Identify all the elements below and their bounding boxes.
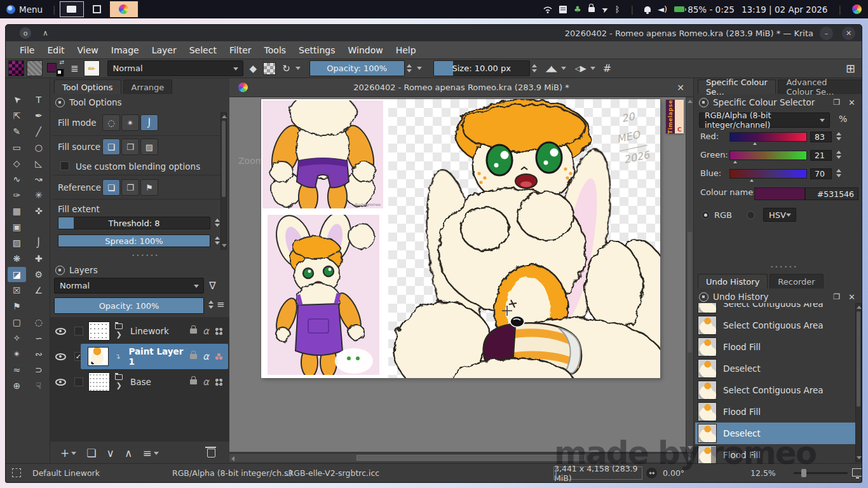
tool-polyline[interactable]: ◺ (30, 156, 48, 171)
tab-arrange[interactable]: Arrange (123, 79, 173, 94)
tool-mesh-transform[interactable]: ☒ (8, 283, 26, 298)
fill-mode-contiguous-button[interactable]: ✴ (121, 114, 139, 131)
fill-mode-color-button[interactable]: ⌡ (140, 114, 158, 131)
docker-lock-icon[interactable] (699, 98, 709, 107)
percent-toggle[interactable]: % (839, 114, 847, 124)
fill-source-pattern-button[interactable]: ▨ (140, 139, 158, 155)
tool-ellipse[interactable]: ○ (30, 140, 48, 155)
tool-text[interactable]: T (30, 92, 48, 107)
blend-mode-select[interactable]: Normal (107, 60, 243, 76)
menu-file[interactable]: File (13, 45, 41, 55)
layer-lock-icon[interactable] (190, 354, 197, 359)
green-slider[interactable] (729, 151, 807, 160)
bluetooth-icon[interactable]: ᛒ (615, 5, 620, 13)
tab-tool-options[interactable]: Tool Options (54, 79, 121, 94)
volume-icon[interactable]: ◄) (658, 5, 667, 13)
tool-similar-select[interactable]: ✴ (8, 346, 26, 362)
telegram-icon[interactable]: ➤ (600, 4, 609, 14)
document-titlebar[interactable]: 20260402 - Romeo apenas Romeo.kra (283.9… (229, 78, 693, 97)
delete-layer-button[interactable] (207, 449, 215, 458)
tool-line[interactable]: ╱ (30, 124, 48, 139)
hsv-select[interactable]: HSV (763, 208, 796, 222)
menu-image[interactable]: Image (105, 45, 146, 55)
swap-colors-icon[interactable]: ⇄ (59, 59, 64, 65)
opacity-slider[interactable]: Opacity: 100% (309, 60, 405, 76)
krita-tray-icon[interactable] (852, 4, 862, 14)
scroll-left-icon[interactable] (231, 456, 234, 461)
size-slider[interactable]: Size: 10.00 px (433, 60, 530, 76)
layer-thumbnail[interactable] (88, 347, 109, 366)
size-spinner[interactable] (532, 64, 537, 72)
mirror-vertical-icon[interactable]: ◁▶ (575, 64, 585, 73)
tab-recorder[interactable]: Recorder (770, 274, 823, 288)
layer-properties-button[interactable]: ≡ (142, 447, 151, 459)
tool-zoom[interactable]: ⊕ (8, 378, 26, 393)
zoom-slider-thumb[interactable] (801, 469, 806, 477)
foreground-background-colors[interactable]: ⇄ (46, 60, 64, 77)
undo-item[interactable]: Flood Fill (695, 336, 855, 358)
reference-labeled-layers-button[interactable]: ⚑ (140, 179, 158, 196)
red-spinner[interactable] (836, 132, 841, 140)
lock-tray-icon[interactable] (588, 7, 595, 12)
tab-undo-history[interactable]: Undo History (698, 274, 768, 288)
green-value[interactable]: 21 (810, 150, 832, 161)
clock[interactable]: 13:19 | 02 Apr 2026 (742, 4, 828, 15)
scroll-down-icon[interactable] (857, 456, 862, 459)
tool-pan[interactable]: ☟ (30, 378, 48, 393)
menu-select[interactable]: Select (183, 45, 223, 55)
docker-lock-icon[interactable] (55, 98, 65, 107)
tool-rectangle[interactable]: ▭ (8, 140, 26, 155)
notes-tray-icon[interactable] (559, 6, 567, 13)
docker-lock-icon[interactable] (55, 266, 65, 275)
expand-chevron-icon[interactable]: ❯ (116, 381, 121, 390)
layer-blend-mode-select[interactable]: Normal (54, 278, 204, 294)
reference-all-layers-button[interactable]: ❐ (121, 179, 139, 196)
tool-fill[interactable]: ◪ (8, 267, 26, 282)
fill-source-background-button[interactable]: ❒ (121, 139, 139, 155)
tool-enclose-select[interactable]: ⊃ (30, 362, 48, 377)
undo-item[interactable]: Select Contiguous Area (695, 303, 855, 315)
workspace-chooser-icon[interactable]: ⊞ (846, 62, 855, 75)
undo-item[interactable]: Select Contiguous Area (695, 315, 855, 336)
move-layer-up-button[interactable]: ∧ (125, 447, 132, 459)
alpha-lock-icon[interactable]: α (203, 351, 209, 362)
tool-freehand-path[interactable]: ↝ (30, 172, 48, 187)
gradient-swatch[interactable] (8, 60, 24, 76)
close-button[interactable]: ✕ (842, 27, 855, 40)
app-tray-icon[interactable]: ♣ (574, 5, 581, 13)
brush-editor-icon[interactable]: ✏ (84, 60, 100, 76)
layer-row-linework[interactable]: ❯ Linework α (50, 318, 229, 344)
docker-resize-handle[interactable]: •••••• (770, 264, 798, 270)
canvas-rotation-icon[interactable]: ↔ (646, 468, 657, 478)
notifications-icon[interactable] (644, 6, 651, 12)
layer-opacity-spinner[interactable] (208, 301, 214, 309)
tool-move[interactable]: ✜ (30, 203, 48, 219)
reload-preset-icon[interactable]: ↻ (282, 63, 290, 74)
battery-indicator[interactable]: 85% - 0:25 (674, 4, 735, 15)
scrollbar-thumb[interactable] (222, 121, 226, 197)
scroll-right-icon[interactable] (688, 456, 691, 461)
threshold-spinner[interactable] (215, 219, 220, 227)
layer-opacity-slider[interactable]: Opacity: 100% (54, 297, 204, 314)
fit-to-screen-icon[interactable] (852, 468, 862, 477)
spread-spinner[interactable] (215, 236, 220, 245)
chevron-down-icon[interactable] (590, 67, 595, 70)
tool-freehand-brush[interactable]: ✎ (8, 124, 26, 139)
menu-edit[interactable]: Edit (41, 45, 71, 55)
reference-current-layer-button[interactable]: ❏ (102, 179, 120, 196)
tool-dynamic-brush[interactable]: ✑ (8, 187, 26, 203)
tool-polygon[interactable]: ◇ (8, 156, 26, 171)
eraser-mode-icon[interactable]: ◆ (250, 63, 257, 74)
tab-specific-colour-selector[interactable]: Specific Colour Se... (698, 79, 776, 94)
tool-enclose-fill[interactable]: ⚙ (30, 267, 48, 282)
preserve-alpha-icon[interactable] (263, 62, 276, 75)
blue-slider[interactable] (729, 169, 807, 179)
tool-calligraphy[interactable]: ✒ (30, 108, 48, 123)
tool-freehand-select[interactable]: ∽ (30, 330, 48, 346)
taskbar-item-krita[interactable] (110, 1, 138, 17)
move-layer-down-button[interactable]: ∨ (107, 447, 114, 459)
canvas-viewport[interactable]: @adelgromeo (229, 97, 693, 452)
layer-lock-icon[interactable] (190, 329, 197, 334)
rgb-radio[interactable] (702, 211, 710, 219)
canvas-vertical-scrollbar[interactable] (686, 97, 693, 452)
